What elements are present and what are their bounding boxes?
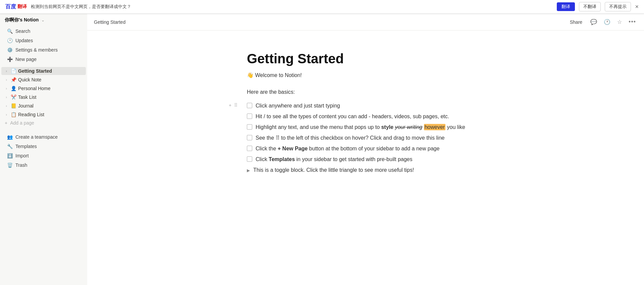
- baidu-icon: 百度: [5, 3, 16, 10]
- search-icon: 🔍: [7, 28, 13, 34]
- clock-icon: 🕐: [7, 38, 13, 43]
- star-icon: ☆: [617, 19, 622, 25]
- add-page-label: Add a page: [10, 120, 34, 126]
- checklist-item-1-text: Click anywhere and just start typing: [256, 102, 484, 110]
- plus-icon: +: [5, 120, 7, 126]
- workspace-name: 你啊你's Notion: [5, 17, 39, 23]
- chevron-right-icon: ›: [4, 86, 9, 90]
- sidebar-item-search-label: Search: [15, 28, 30, 34]
- sidebar-item-templates[interactable]: 🔧 Templates: [2, 142, 85, 151]
- history-button[interactable]: 🕐: [602, 17, 612, 26]
- sidebar-item-templates-label: Templates: [15, 144, 37, 149]
- translate-button[interactable]: 翻译: [557, 2, 575, 11]
- teamspace-icon: 👥: [7, 134, 13, 140]
- baidu-logo: 百度 翻译: [5, 3, 27, 10]
- add-item-button[interactable]: +: [228, 102, 232, 109]
- topbar-right: Share 💬 🕐 ☆ •••: [567, 17, 637, 27]
- chevron-right-icon: ›: [4, 95, 9, 99]
- sidebar-item-import[interactable]: ⬇️ Import: [2, 151, 85, 160]
- chevron-down-icon: ⌄: [41, 18, 45, 22]
- chevron-right-icon: ›: [4, 69, 9, 73]
- more-button[interactable]: •••: [627, 17, 637, 27]
- sidebar-item-create-teamspace[interactable]: 👥 Create a teamspace: [2, 133, 85, 141]
- comment-icon: 💬: [590, 19, 597, 25]
- pin-icon: 📌: [10, 77, 17, 82]
- checkbox-4[interactable]: [247, 135, 252, 140]
- sidebar-page-personal-home[interactable]: › 👤 Personal Home: [1, 84, 86, 92]
- page-title[interactable]: Getting Started: [247, 51, 484, 67]
- checkbox-1[interactable]: [247, 103, 252, 108]
- sidebar-item-search[interactable]: 🔍 Search: [2, 27, 85, 35]
- checklist-item-4: See the ⠿ to the left of this checkbox o…: [247, 133, 484, 143]
- checkbox-2[interactable]: [247, 114, 252, 119]
- app-layout: 你啊你's Notion ⌄ 🔍 Search 🕐 Updates ⚙️ Set…: [0, 14, 644, 285]
- checklist-item-6-text: Click Templates in your sidebar to get s…: [256, 155, 484, 163]
- scissors-icon: ✂️: [10, 94, 17, 100]
- favorite-button[interactable]: ☆: [616, 17, 623, 26]
- sidebar-page-getting-started-label: Getting Started: [18, 68, 83, 74]
- item-controls: + ⠿: [228, 102, 238, 109]
- sidebar-item-trash-label: Trash: [15, 162, 27, 168]
- sidebar-page-quick-note[interactable]: › 📌 Quick Note: [1, 76, 86, 84]
- templates-icon: 🔧: [7, 144, 13, 149]
- new-page-bold: + New Page: [278, 146, 308, 151]
- checkbox-5[interactable]: [247, 146, 252, 151]
- checklist-item-3: Highlight any text, and use the menu tha…: [247, 122, 484, 133]
- sidebar-page-journal[interactable]: › 📒 Journal: [1, 102, 86, 110]
- checklist-item-1: + ⠿ Click anywhere and just start typing: [247, 100, 484, 111]
- sidebar-divider-2: [0, 127, 87, 132]
- toggle-item: ▶ This is a toggle block. Click the litt…: [247, 165, 484, 175]
- translation-bar-close[interactable]: ×: [635, 3, 639, 10]
- checkbox-6[interactable]: [247, 156, 252, 162]
- sidebar-item-updates-label: Updates: [15, 38, 33, 43]
- sidebar-item-trash[interactable]: 🗑️ Trash: [2, 161, 85, 169]
- chevron-right-icon: ›: [4, 113, 9, 117]
- gear-icon: ⚙️: [7, 47, 13, 53]
- templates-bold: Templates: [269, 156, 295, 162]
- checklist-item-5-text: Click the + New Page button at the botto…: [256, 145, 484, 153]
- content-area: Getting Started 👋 Welcome to Notion! Her…: [87, 30, 644, 285]
- basics-heading: Here are the basics:: [247, 89, 484, 95]
- chevron-right-icon: ›: [4, 78, 9, 82]
- more-icon: •••: [629, 18, 636, 25]
- person-icon: 👤: [10, 86, 17, 91]
- sidebar-page-task-list[interactable]: › ✂️ Task List: [1, 93, 86, 101]
- sidebar-divider: [0, 64, 87, 67]
- checkbox-3[interactable]: [247, 124, 252, 130]
- sidebar-page-journal-label: Journal: [18, 103, 83, 109]
- content-inner: Getting Started 👋 Welcome to Notion! Her…: [215, 51, 517, 175]
- sidebar-item-new-page[interactable]: ➕ New page: [2, 55, 85, 64]
- checklist-item-4-text: See the ⠿ to the left of this checkbox o…: [256, 134, 484, 142]
- highlight-however: however: [424, 124, 445, 130]
- sidebar-page-reading-list[interactable]: › 📋 Reading List: [1, 111, 86, 119]
- sidebar-item-settings-label: Settings & members: [15, 47, 58, 53]
- sidebar-page-getting-started[interactable]: › 📄 Getting Started: [1, 67, 86, 75]
- sidebar-item-updates[interactable]: 🕐 Updates: [2, 36, 85, 45]
- drag-handle-button[interactable]: ⠿: [233, 102, 238, 109]
- comments-button[interactable]: 💬: [589, 17, 598, 26]
- add-page-button[interactable]: + Add a page: [0, 119, 87, 127]
- checklist-item-2: Hit / to see all the types of content yo…: [247, 111, 484, 122]
- sidebar-item-new-page-label: New page: [15, 57, 37, 62]
- sidebar-item-create-teamspace-label: Create a teamspace: [15, 134, 58, 140]
- sidebar-page-personal-home-label: Personal Home: [18, 86, 83, 91]
- clipboard-icon: 📋: [10, 112, 17, 117]
- book-icon: 📒: [10, 103, 17, 109]
- main-area: Getting Started Share 💬 🕐 ☆ •••: [87, 14, 644, 285]
- trash-icon: 🗑️: [7, 162, 13, 168]
- translation-message: 检测到当前网页不是中文网页，是否要翻译成中文？: [31, 4, 553, 10]
- workspace-header[interactable]: 你啊你's Notion ⌄: [0, 14, 87, 26]
- page-doc-icon: 📄: [10, 68, 17, 74]
- checklist-item-5: Click the + New Page button at the botto…: [247, 143, 484, 154]
- page-subtitle: 👋 Welcome to Notion!: [247, 72, 484, 78]
- history-icon: 🕐: [604, 19, 610, 25]
- toggle-arrow-icon[interactable]: ▶: [247, 167, 250, 173]
- no-remind-button[interactable]: 不再提示: [605, 2, 631, 11]
- no-translate-button[interactable]: 不翻译: [579, 2, 601, 11]
- italic-strikethrough: your writing: [395, 124, 422, 130]
- sidebar-item-settings[interactable]: ⚙️ Settings & members: [2, 46, 85, 54]
- bold-style: style: [381, 124, 393, 130]
- sidebar-page-quick-note-label: Quick Note: [18, 77, 83, 82]
- sidebar-page-reading-list-label: Reading List: [18, 112, 83, 117]
- share-button[interactable]: Share: [567, 18, 585, 26]
